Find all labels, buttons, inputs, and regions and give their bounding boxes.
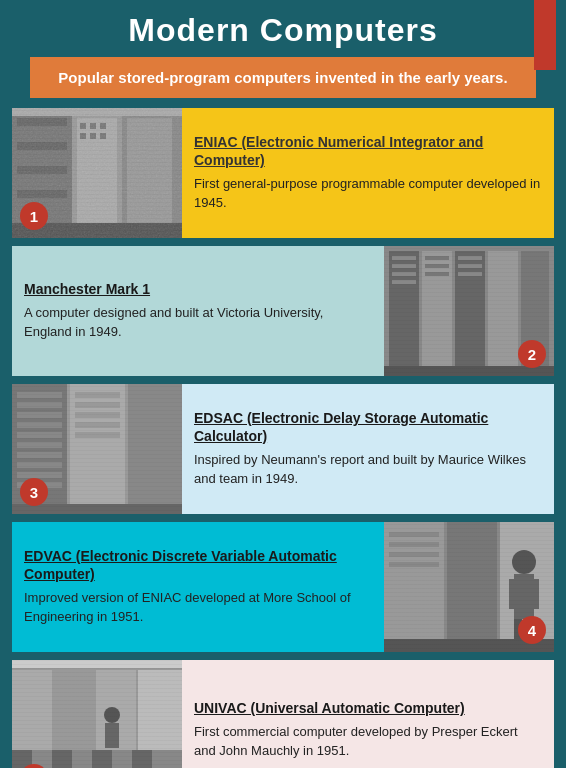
card-content-manchester: Manchester Mark 1 A computer designed an… xyxy=(12,246,384,376)
card-number-4: 4 xyxy=(518,616,546,644)
page-title: Modern Computers xyxy=(20,12,546,49)
card-image-manchester: 2 xyxy=(384,246,554,376)
card-content-eniac: ENIAC (Electronic Numerical Integrator a… xyxy=(182,108,554,238)
card-title-eniac: ENIAC (Electronic Numerical Integrator a… xyxy=(194,133,542,169)
card-desc-manchester: A computer designed and built at Victori… xyxy=(24,304,372,342)
photo-effect-5 xyxy=(12,660,182,768)
card-number-3: 3 xyxy=(20,478,48,506)
card-number-1: 1 xyxy=(20,202,48,230)
card-title-edsac: EDSAC (Electronic Delay Storage Automati… xyxy=(194,409,542,445)
card-desc-univac: First commercial computer developed by P… xyxy=(194,723,542,761)
card-desc-eniac: First general-purpose programmable compu… xyxy=(194,175,542,213)
card-image-univac: 5 xyxy=(12,660,182,768)
card-content-edvac: EDVAC (Electronic Discrete Variable Auto… xyxy=(12,522,384,652)
card-eniac: 1 ENIAC (Electronic Numerical Integrator… xyxy=(12,108,554,238)
card-title-univac: UNIVAC (Universal Automatic Computer) xyxy=(194,699,542,717)
card-content-edsac: EDSAC (Electronic Delay Storage Automati… xyxy=(182,384,554,514)
subtitle-text: Popular stored-program computers invente… xyxy=(45,67,521,88)
card-manchester: Manchester Mark 1 A computer designed an… xyxy=(12,246,554,376)
card-content-univac: UNIVAC (Universal Automatic Computer) Fi… xyxy=(182,660,554,768)
header-accent-bar xyxy=(534,0,556,70)
card-edvac: EDVAC (Electronic Discrete Variable Auto… xyxy=(12,522,554,652)
card-image-edsac: 3 xyxy=(12,384,182,514)
card-number-2: 2 xyxy=(518,340,546,368)
card-title-edvac: EDVAC (Electronic Discrete Variable Auto… xyxy=(24,547,372,583)
card-univac: 5 UNIVAC (Universal Automatic Computer) … xyxy=(12,660,554,768)
header: Modern Computers xyxy=(0,0,566,57)
card-image-eniac: 1 xyxy=(12,108,182,238)
card-desc-edvac: Improved version of ENIAC developed at M… xyxy=(24,589,372,627)
page-container: Modern Computers Popular stored-program … xyxy=(0,0,566,768)
card-desc-edsac: Inspired by Neumann's report and built b… xyxy=(194,451,542,489)
subtitle-box: Popular stored-program computers invente… xyxy=(30,57,536,98)
card-title-manchester: Manchester Mark 1 xyxy=(24,280,372,298)
card-edsac: 3 EDSAC (Electronic Delay Storage Automa… xyxy=(12,384,554,514)
card-image-edvac: 4 xyxy=(384,522,554,652)
